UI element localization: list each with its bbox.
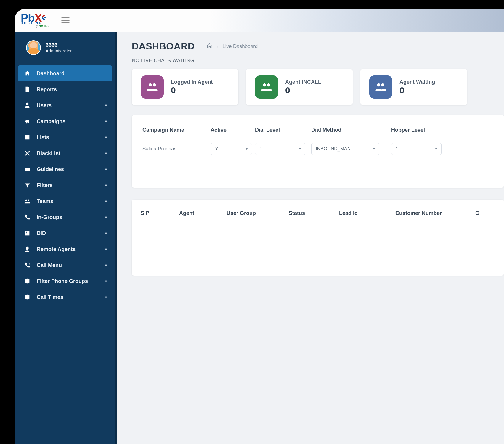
home-icon <box>23 70 31 77</box>
agent-panel: SIP Agent User Group Status Lead Id Cust… <box>132 200 504 276</box>
chevron-down-icon: ▾ <box>105 183 107 187</box>
chevron-down-icon: ▾ <box>105 247 107 251</box>
avatar <box>26 40 41 55</box>
sidebar-item-label: Remote Agents <box>37 246 76 252</box>
select-hopper-level[interactable]: 1 ▾ <box>391 143 442 155</box>
col-partial: C <box>475 210 493 216</box>
phone-square-icon <box>23 230 31 237</box>
chevron-down-icon: ▾ <box>435 147 437 151</box>
col-dial-method: Dial Method <box>311 127 388 133</box>
sidebar-item-label: Call Menu <box>37 262 62 268</box>
card-agent-incall: Agent INCALL 0 <box>246 69 353 105</box>
sidebar-item-remote-agents[interactable]: Remote Agents ▾ <box>18 241 112 257</box>
megaphone-icon <box>23 118 31 125</box>
chevron-down-icon: ▾ <box>105 119 107 123</box>
sidebar-item-campaigns[interactable]: Campaigns ▾ <box>18 113 112 129</box>
chevron-down-icon: ▾ <box>105 295 107 299</box>
select-dial-level[interactable]: 1 ▾ <box>255 143 305 155</box>
chevron-down-icon: ▾ <box>105 279 107 283</box>
sidebar-item-users[interactable]: Users ▾ <box>18 97 112 113</box>
chevron-down-icon: ▾ <box>105 231 107 235</box>
utensils-crossed-icon <box>23 150 31 157</box>
chevron-down-icon: ▾ <box>105 215 107 219</box>
page-title: DASHBOARD <box>132 41 195 52</box>
sidebar-item-label: Filters <box>37 182 53 189</box>
select-active[interactable]: Y ▾ <box>211 143 252 155</box>
table-header-row: SIP Agent User Group Status Lead Id Cust… <box>141 210 495 216</box>
users-icon <box>23 198 31 205</box>
chevron-down-icon: ▾ <box>299 147 301 151</box>
chevron-right-icon: › <box>217 44 219 49</box>
sidebar-item-blacklist[interactable]: BlackList ▾ <box>18 145 112 161</box>
sidebar-item-filter-phone-groups[interactable]: Filter Phone Groups ▾ <box>18 273 112 289</box>
card-agent-waiting: Agent Waiting 0 <box>360 69 467 105</box>
topbar: Pb X HOSTING ByINBTEL <box>15 9 504 32</box>
col-hopper-level: Hopper Level <box>391 127 444 133</box>
chevron-down-icon: ▾ <box>105 263 107 267</box>
chevron-down-icon: ▾ <box>105 135 107 139</box>
sidebar-item-label: Reports <box>37 86 57 93</box>
list-icon <box>23 134 31 141</box>
breadcrumb: › Live Dashboard <box>207 43 258 50</box>
agent-icon <box>23 246 31 252</box>
table-row: Salida Pruebas Y ▾ 1 ▾ INBOUND_MAN ▾ <box>141 140 495 158</box>
sidebar: 6666 Administrator Dashboard Reports <box>15 32 117 444</box>
chevron-down-icon: ▾ <box>105 151 107 155</box>
card-label: Agent INCALL <box>285 79 321 85</box>
select-dial-method[interactable]: INBOUND_MAN ▾ <box>311 143 379 155</box>
col-dial-level: Dial Level <box>255 127 308 133</box>
sidebar-item-label: DID <box>37 230 46 237</box>
sidebar-item-filters[interactable]: Filters ▾ <box>18 177 112 193</box>
database-icon <box>23 278 31 284</box>
sidebar-item-dashboard[interactable]: Dashboard <box>18 65 112 81</box>
user-role: Administrator <box>46 48 72 53</box>
sidebar-item-call-times[interactable]: Call Times ▾ <box>18 289 112 305</box>
sidebar-item-teams[interactable]: Teams ▾ <box>18 193 112 209</box>
sidebar-item-label: Guidelines <box>37 166 64 173</box>
card-label: Agent Waiting <box>399 79 435 85</box>
col-user-group: User Group <box>227 210 286 216</box>
phone-volume-icon <box>23 262 31 268</box>
sidebar-item-label: Filter Phone Groups <box>37 278 88 284</box>
sidebar-item-label: Teams <box>37 198 53 205</box>
table-header-row: Campaign Name Active Dial Level Dial Met… <box>141 124 495 140</box>
sidebar-item-label: Lists <box>37 134 49 141</box>
phone-icon <box>23 214 31 221</box>
cell-campaign-name: Salida Pruebas <box>142 146 208 152</box>
card-label: Logged In Agent <box>171 79 213 85</box>
users-icon <box>255 75 278 99</box>
col-status: Status <box>289 210 336 216</box>
chevron-down-icon: ▾ <box>105 199 107 203</box>
credit-card-icon <box>23 166 31 173</box>
users-icon <box>369 75 392 99</box>
col-customer-number: Customer Number <box>395 210 472 216</box>
signal-icon <box>41 13 49 22</box>
filter-icon <box>23 182 31 189</box>
card-value: 0 <box>399 85 435 95</box>
home-icon[interactable] <box>207 43 213 50</box>
status-text: NO LIVE CHATS WAITING <box>132 58 504 64</box>
sidebar-item-reports[interactable]: Reports <box>18 81 112 97</box>
main-content: DASHBOARD › Live Dashboard NO LIVE CHATS… <box>117 32 504 444</box>
col-lead-id: Lead Id <box>339 210 392 216</box>
user-icon <box>23 102 31 109</box>
sidebar-item-ingroups[interactable]: In-Groups ▾ <box>18 209 112 225</box>
chevron-down-icon: ▾ <box>105 167 107 171</box>
user-id: 6666 <box>46 42 72 48</box>
sidebar-item-label: BlackList <box>37 150 60 157</box>
breadcrumb-current: Live Dashboard <box>222 44 258 49</box>
sidebar-item-lists[interactable]: Lists ▾ <box>18 129 112 145</box>
sidebar-item-did[interactable]: DID ▾ <box>18 225 112 241</box>
col-campaign-name: Campaign Name <box>142 127 208 133</box>
svg-point-0 <box>44 17 46 18</box>
document-icon <box>23 86 31 93</box>
card-logged-in-agent: Logged In Agent 0 <box>132 69 238 105</box>
menu-toggle-icon[interactable] <box>61 17 70 23</box>
sidebar-item-guidelines[interactable]: Guidelines ▾ <box>18 161 112 177</box>
sidebar-item-call-menu[interactable]: Call Menu ▾ <box>18 257 112 273</box>
brand-logo: Pb X HOSTING ByINBTEL <box>21 13 49 28</box>
sidebar-item-label: Campaigns <box>37 118 65 125</box>
chevron-down-icon: ▾ <box>373 147 375 151</box>
profile-block[interactable]: 6666 Administrator <box>19 35 111 61</box>
chevron-down-icon: ▾ <box>246 147 248 151</box>
